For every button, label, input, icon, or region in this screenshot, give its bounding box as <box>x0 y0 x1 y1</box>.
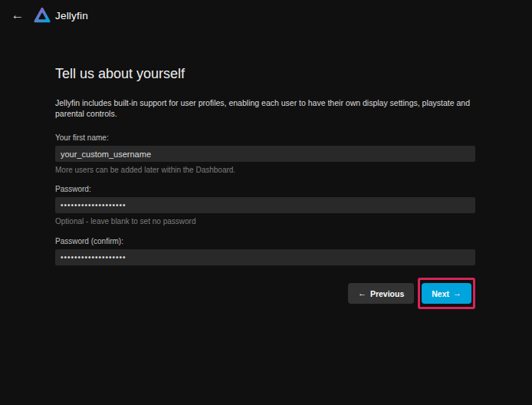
previous-button-label: Previous <box>370 290 404 298</box>
username-label: Your first name: <box>55 133 475 142</box>
next-button-highlight-box: Next → <box>418 278 475 309</box>
page-title: Tell us about yourself <box>55 66 475 82</box>
page-description: Jellyfin includes built-in support for u… <box>55 97 475 119</box>
jellyfin-logo-icon <box>34 7 51 24</box>
username-field-group: Your first name: More users can be added… <box>55 133 475 174</box>
previous-button[interactable]: ← Previous <box>348 283 414 304</box>
password-confirm-field-group: Password (confirm): <box>55 237 475 265</box>
password-field-group: Password: Optional - leave blank to set … <box>55 185 475 226</box>
jellyfin-logo-text: Jellyfin <box>55 10 88 21</box>
next-button-label: Next <box>432 290 449 298</box>
username-helper-text: More users can be added later within the… <box>55 166 475 174</box>
password-helper-text: Optional - leave blank to set no passwor… <box>55 217 475 226</box>
password-input[interactable] <box>55 197 475 213</box>
next-button[interactable]: Next → <box>422 283 471 304</box>
left-arrow-icon: ← <box>358 289 366 298</box>
jellyfin-logo[interactable]: Jellyfin <box>34 7 88 24</box>
back-arrow-icon[interactable]: ← <box>8 5 28 25</box>
right-arrow-icon: → <box>453 289 461 298</box>
password-confirm-input[interactable] <box>55 249 475 265</box>
username-input[interactable] <box>55 146 475 162</box>
password-label: Password: <box>55 185 475 193</box>
wizard-user-page: Tell us about yourself Jellyfin includes… <box>0 31 532 309</box>
password-confirm-label: Password (confirm): <box>55 237 475 245</box>
wizard-button-row: ← Previous Next → <box>55 278 475 309</box>
top-header: ← Jellyfin <box>0 0 532 31</box>
